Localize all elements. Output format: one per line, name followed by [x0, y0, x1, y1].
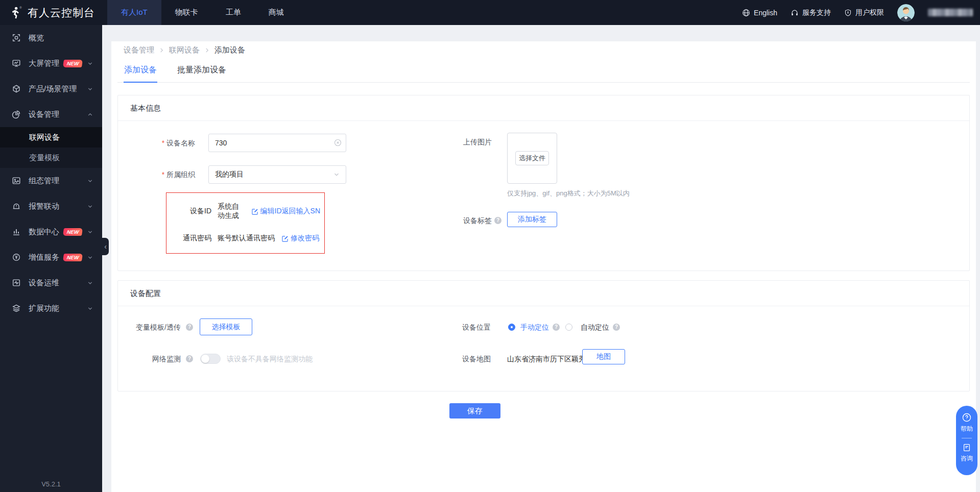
- new-badge: NEW: [63, 60, 83, 67]
- question-icon[interactable]: [613, 324, 620, 331]
- comm-password-label: 通讯密码: [172, 234, 211, 243]
- svg-text:®: ®: [19, 6, 22, 9]
- organization-label: 所属组织: [118, 169, 195, 180]
- sidebar-item-alarm-linkage[interactable]: 报警联动: [0, 193, 102, 219]
- organization-select[interactable]: 我的项目: [208, 165, 346, 184]
- comm-password-value: 账号默认通讯密码: [218, 234, 275, 243]
- sidebar-item-networked-devices[interactable]: 联网设备: [0, 127, 102, 147]
- sidebar-item-overview[interactable]: 概览: [0, 25, 102, 51]
- floating-help-widget: 帮助 咨询: [956, 406, 977, 475]
- save-button[interactable]: 保存: [449, 403, 500, 419]
- brand: ® 有人云控制台: [0, 6, 107, 20]
- sidebar-collapse-handle[interactable]: [102, 238, 109, 255]
- image-icon: [11, 176, 21, 186]
- sidebar-item-extended-functions[interactable]: 扩展功能: [0, 296, 102, 321]
- breadcrumb-device-management[interactable]: 设备管理: [124, 45, 154, 55]
- chevron-down-icon: [87, 178, 93, 184]
- topnav-item-youren-iot[interactable]: 有人IoT: [107, 0, 161, 25]
- manual-location-radio[interactable]: [508, 324, 515, 331]
- user-permissions[interactable]: 用户权限: [844, 8, 884, 17]
- upload-hint: 仅支持jpg、gif、png格式；大小为5M以内: [507, 189, 630, 198]
- breadcrumb-networked-devices[interactable]: 联网设备: [169, 45, 200, 55]
- username-blurred[interactable]: [928, 9, 973, 16]
- device-management-submenu: 联网设备 变量模板: [0, 127, 102, 168]
- sidebar-item-data-center[interactable]: 数据中心 NEW: [0, 219, 102, 244]
- chevron-down-icon: [333, 171, 340, 178]
- clear-input-icon[interactable]: [334, 139, 342, 146]
- device-name-label: 设备名称: [118, 138, 195, 148]
- add-tag-button[interactable]: 添加标签: [507, 212, 557, 227]
- language-switch[interactable]: English: [742, 9, 777, 17]
- pie-chart-icon: [11, 109, 21, 119]
- upload-dropzone[interactable]: 选择文件: [507, 133, 557, 184]
- network-monitor-toggle[interactable]: [200, 354, 221, 364]
- device-tag-label: 设备标签: [463, 215, 492, 226]
- coin-icon: [11, 252, 21, 262]
- return-sn-link[interactable]: 返回输入SN: [282, 207, 320, 216]
- topnav-item-work-order[interactable]: 工单: [212, 0, 255, 25]
- basic-info-title: 基本信息: [118, 95, 969, 121]
- device-map-label: 设备地图: [462, 354, 491, 364]
- basic-info-body: 设备名称 所属组织 我的项目: [118, 121, 969, 270]
- choose-file-button[interactable]: 选择文件: [515, 151, 549, 165]
- question-circle-icon: [962, 412, 972, 423]
- breadcrumb: 设备管理 联网设备 添加设备: [117, 44, 970, 56]
- change-password-link[interactable]: 修改密码: [282, 234, 319, 243]
- edit-id-link[interactable]: 编辑ID: [252, 207, 282, 216]
- topnav-item-iot-card[interactable]: 物联卡: [161, 0, 212, 25]
- topbar: ® 有人云控制台 有人IoT 物联卡 工单 商城 English: [0, 0, 980, 25]
- edit-icon: [282, 235, 289, 242]
- cube-icon: [11, 84, 21, 94]
- device-id-row: 设备ID 系统自动生成 编辑ID 返回输入SN: [172, 202, 320, 220]
- question-icon[interactable]: [553, 324, 560, 331]
- document-icon: [962, 443, 971, 452]
- device-config-title: 设备配置: [118, 281, 969, 306]
- main-area: 设备管理 联网设备 添加设备 添加设备 批量添加设备 基本信息 设备名称: [102, 25, 980, 492]
- device-config-body: 变量模板/透传 选择模板 网络监测 该设备不具备网络监测功能 设备位置 手动定位…: [118, 306, 969, 391]
- brand-logo-icon: ®: [8, 6, 22, 20]
- choose-template-button[interactable]: 选择模板: [200, 318, 252, 335]
- sidebar-item-product-scene[interactable]: 产品/场景管理: [0, 76, 102, 102]
- network-monitor-label: 网络监测: [118, 354, 181, 364]
- question-icon[interactable]: [186, 355, 193, 362]
- help-button[interactable]: 帮助: [961, 412, 973, 433]
- chevron-down-icon: [87, 255, 93, 260]
- globe-icon: [742, 9, 750, 17]
- question-icon[interactable]: [494, 217, 501, 224]
- auto-location-option[interactable]: 自动定位: [581, 322, 609, 332]
- edit-icon: [252, 208, 258, 215]
- top-navigation: 有人IoT 物联卡 工单 商城: [107, 0, 298, 25]
- question-icon[interactable]: [186, 324, 193, 331]
- device-name-input[interactable]: [208, 134, 346, 152]
- breadcrumb-add-device: 添加设备: [214, 45, 245, 55]
- topnav-item-mall[interactable]: 商城: [255, 0, 298, 25]
- device-id-highlight-box: 设备ID 系统自动生成 编辑ID 返回输入SN 通讯密码 账号默认通讯密码: [166, 192, 325, 254]
- chevron-down-icon: [87, 86, 93, 92]
- chevron-up-icon: [87, 112, 93, 117]
- divider: [962, 438, 972, 438]
- tab-batch-add-device[interactable]: 批量添加设备: [177, 60, 227, 82]
- basic-info-section: 基本信息 设备名称 所属组织 我的项目: [117, 95, 970, 271]
- sidebar-item-variable-templates[interactable]: 变量模板: [0, 147, 102, 168]
- comm-password-row: 通讯密码 账号默认通讯密码 修改密码: [172, 234, 320, 243]
- sidebar-item-value-added-services[interactable]: 增值服务 NEW: [0, 244, 102, 270]
- service-support[interactable]: 服务支持: [791, 8, 831, 17]
- user-avatar[interactable]: [897, 4, 915, 21]
- device-map-address: 山东省济南市历下区颖秀路: [507, 354, 593, 364]
- tab-add-device[interactable]: 添加设备: [124, 60, 157, 83]
- map-button[interactable]: 地图: [582, 349, 625, 364]
- consult-button[interactable]: 咨询: [961, 443, 973, 463]
- screen-icon: [11, 58, 21, 68]
- auto-location-radio[interactable]: [565, 324, 572, 331]
- tab-bar: 添加设备 批量添加设备: [117, 60, 970, 83]
- manual-location-option[interactable]: 手动定位: [520, 322, 549, 332]
- sidebar-item-configuration-management[interactable]: 组态管理: [0, 168, 102, 193]
- sidebar-item-device-ops[interactable]: 设备运维: [0, 270, 102, 296]
- variable-template-label: 变量模板/透传: [118, 322, 181, 332]
- sidebar-item-device-management[interactable]: 设备管理: [0, 102, 102, 127]
- network-monitor-hint: 该设备不具备网络监测功能: [227, 354, 313, 364]
- device-id-value: 系统自动生成: [218, 202, 245, 220]
- device-name-input-wrap: [208, 134, 346, 152]
- sidebar-item-screen-management[interactable]: 大屏管理 NEW: [0, 51, 102, 76]
- layers-icon: [11, 303, 21, 313]
